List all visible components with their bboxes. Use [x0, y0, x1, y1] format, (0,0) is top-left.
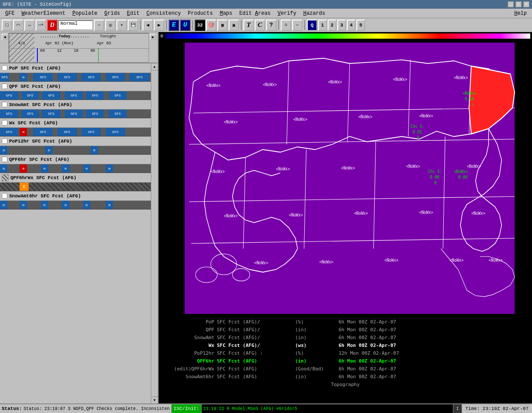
toolbar-q-btn[interactable]: ?: [266, 20, 276, 31]
menu-hazards[interactable]: Hazards: [300, 10, 329, 17]
time-nav-right[interactable]: ▶: [150, 34, 156, 40]
date-apr02: Apr 02 (Mon): [34, 41, 85, 46]
svg-text:<NoWx>: <NoWx>: [289, 212, 303, 217]
toolbar-eq-btn[interactable]: =: [281, 20, 291, 31]
toolbar-q2-btn[interactable]: Q: [307, 20, 317, 31]
toolbar-n3-btn[interactable]: 3: [337, 20, 346, 31]
close-button[interactable]: ×: [523, 1, 529, 7]
toolbar-square-btn[interactable]: □: [2, 20, 12, 31]
snowamt6hr-checkbox[interactable]: [2, 193, 7, 199]
snowamt-checkbox[interactable]: [2, 102, 7, 107]
toolbar-pan2-btn[interactable]: ↔+: [36, 20, 46, 31]
qpf6hr-label: QPF6hr SFC Fcst (AFG): [9, 157, 70, 162]
wx-checkbox[interactable]: [2, 120, 7, 126]
toolbar-n4-btn[interactable]: 4: [347, 20, 356, 31]
toolbar-arc-btn[interactable]: ⌒: [13, 20, 23, 31]
maximize-button[interactable]: □: [515, 1, 522, 7]
toolbar-sep2: [166, 20, 167, 30]
main-content: ........Today........ Tonight 4/1 Apr 02…: [0, 32, 532, 403]
today-label: ........Today........: [40, 34, 89, 39]
toolbar-e-btn[interactable]: E: [169, 20, 179, 31]
scroll-down-btn[interactable]: ▼: [151, 396, 158, 403]
legend-qpf6hr: QPF6hr SFC Fcst (AFG) (in) 6h Mon 00Z 02…: [162, 357, 529, 365]
time-nav-left[interactable]: ◀: [2, 34, 8, 40]
toolbar-pan-btn[interactable]: ↔: [24, 20, 35, 31]
svg-text:<NoWx>: <NoWx>: [319, 259, 333, 264]
menu-edit[interactable]: Edit: [123, 10, 143, 17]
menu-weatherelement[interactable]: WeatherElement: [18, 10, 69, 17]
colorscale-bar: 0: [159, 32, 532, 40]
toolbar-minus2-btn[interactable]: −: [292, 20, 303, 31]
toolbar-sep3: [192, 20, 193, 30]
toolbar-sep6: [304, 20, 305, 30]
svg-text:<NoWx>: <NoWx>: [471, 210, 485, 216]
toolbar-star-btn[interactable]: ✶: [116, 20, 127, 31]
pop12hr-label: PoP12hr SFC Fcst (AFG): [9, 139, 72, 144]
date-4-1: 4/1: [9, 41, 34, 46]
status-sep: I: [453, 404, 462, 413]
tonight-label: Tonight: [100, 34, 116, 39]
menubar: GFE WeatherElement Populate Grids Edit C…: [0, 9, 532, 18]
qpf6hrwx-bars: C: [0, 183, 151, 191]
svg-text:0: 0: [434, 180, 436, 186]
menu-help[interactable]: Help: [511, 10, 530, 17]
toolbar-n2-btn[interactable]: 2: [328, 20, 336, 31]
svg-text:<NoWx>: <NoWx>: [276, 166, 290, 171]
qpf-label: QPF SFC Fcst (AFG): [9, 84, 61, 89]
svg-text:<NoWx>: <NoWx>: [454, 169, 468, 174]
menu-grids[interactable]: Grids: [101, 10, 123, 17]
colorscale-gradient: [165, 33, 530, 39]
menu-populate[interactable]: Populate: [69, 10, 101, 17]
svg-text:<NoWx>: <NoWx>: [358, 114, 372, 119]
qpf6hr-checkbox[interactable]: [2, 157, 7, 162]
svg-text:<NoWx>: <NoWx>: [254, 260, 268, 265]
minimize-button[interactable]: _: [508, 1, 514, 7]
svg-text:0.00: 0.00: [465, 96, 474, 101]
menu-verify[interactable]: Verify: [274, 10, 300, 17]
toolbar-minus-btn[interactable]: −: [94, 20, 104, 31]
toolbar-target-btn[interactable]: 🎯: [206, 20, 216, 31]
toolbar-circle-btn[interactable]: ◎: [105, 20, 116, 31]
menu-maps[interactable]: Maps: [216, 10, 236, 17]
grid-row-pop: PoP SFC Fcst (AFG) GFS m GFS GFS GFS GFS…: [0, 63, 151, 82]
toolbar-d-btn[interactable]: D: [47, 20, 57, 31]
pop-label: PoP SFC Fcst (AFG): [9, 66, 61, 71]
legend-snowamt: SnowAmt SFC Fcst (AFG)/ (in) 6h Mon 00Z …: [162, 334, 529, 342]
toolbar-next-btn[interactable]: ▶: [154, 20, 164, 31]
toolbar-n1-btn[interactable]: 1: [318, 20, 327, 31]
toolbar-prev-btn[interactable]: ◀: [143, 20, 153, 31]
toolbar-u-btn[interactable]: U: [180, 20, 190, 31]
grid-row-snowamt: SnowAmt SFC Fcst (AFG) GFS GFS GFS GFS G…: [0, 100, 151, 118]
toolbar-sep5: [278, 20, 279, 30]
menu-gfe[interactable]: GFE: [2, 10, 18, 17]
hour-18: 18: [68, 49, 85, 53]
svg-text:<NoWx>: <NoWx>: [467, 163, 481, 169]
toolbar-t-btn[interactable]: T: [243, 20, 254, 31]
left-scrollbar[interactable]: ▲ ▼: [151, 63, 158, 403]
scroll-up-btn[interactable]: ▲: [151, 63, 158, 70]
titlebar-controls[interactable]: _ □ ×: [508, 1, 529, 7]
menu-editareas[interactable]: Edit Areas: [236, 10, 274, 17]
svg-text:Chc S-: Chc S-: [428, 169, 442, 174]
toolbar-grid2-btn[interactable]: ▣: [229, 20, 239, 31]
toolbar-c-btn[interactable]: C: [255, 20, 265, 31]
map-svg[interactable]: <NoWx> <NoWx> <NoWx> <NoWx> <NoWx> <NoWx…: [159, 40, 532, 316]
toolbar-n5-btn[interactable]: 5: [356, 20, 365, 31]
qpf6hrwx-label: QPF6hrWx SFC Fcst (AFG): [10, 175, 76, 180]
qpf-checkbox[interactable]: [2, 83, 7, 89]
toolbar-save-btn[interactable]: 💾: [128, 20, 138, 31]
menu-products[interactable]: Products: [184, 10, 216, 17]
pop12hr-checkbox[interactable]: [2, 138, 7, 144]
mode-select[interactable]: Normal: [58, 20, 93, 30]
menu-consistency[interactable]: Consistency: [143, 10, 184, 17]
pop-bars: GFS m GFS GFS GFS GFS GFS: [0, 73, 151, 82]
svg-text:<NoWx>: <NoWx>: [489, 257, 502, 263]
svg-text:<NoWx>: <NoWx>: [224, 119, 238, 124]
grid-row-snowamt6hr: SnowAmt6hr SFC Fcst (AFG) m m m m m m: [0, 191, 151, 210]
left-panel: ........Today........ Tonight 4/1 Apr 02…: [0, 32, 159, 403]
toolbar-32-btn[interactable]: 32: [195, 20, 205, 31]
toolbar-grid-btn[interactable]: ▦: [217, 20, 228, 31]
svg-text:<NoWx>: <NoWx>: [341, 165, 355, 170]
map-area[interactable]: 0: [159, 32, 532, 403]
pop-checkbox[interactable]: [2, 65, 7, 71]
